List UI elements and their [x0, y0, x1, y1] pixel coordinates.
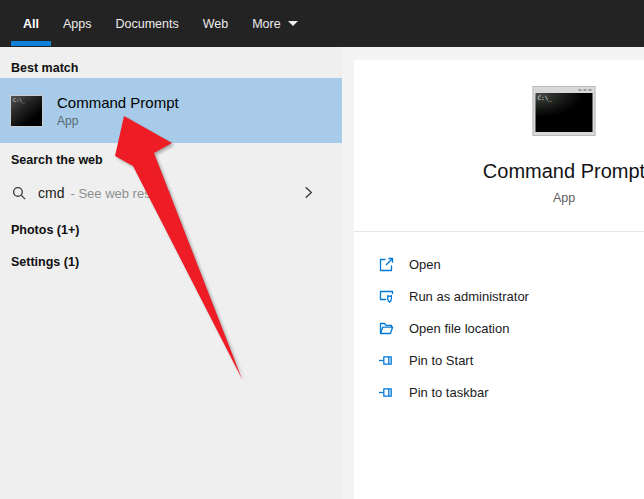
settings-group-header: Settings (1) [11, 255, 79, 269]
open-icon [378, 256, 395, 273]
detail-title: Command Prompt [354, 160, 644, 183]
web-query-text: cmd [38, 185, 64, 201]
best-match-title: Command Prompt [57, 94, 179, 111]
terminal-screen: C:\_ [536, 93, 593, 132]
action-pin-to-taskbar[interactable]: Pin to taskbar [378, 376, 644, 408]
action-pin-to-start-label: Pin to Start [409, 353, 473, 368]
tab-web[interactable]: Web [191, 0, 240, 47]
tab-web-label: Web [203, 17, 228, 31]
chevron-down-filled-icon [288, 21, 298, 26]
search-the-web-header: Search the web [11, 153, 103, 167]
cmd-terminal-icon-large: C:\_ [533, 86, 596, 136]
tab-apps[interactable]: Apps [51, 0, 104, 47]
best-match-result-command-prompt[interactable]: C:\_ Command Prompt App [0, 78, 342, 143]
best-match-header: Best match [11, 61, 78, 75]
tab-all[interactable]: All [11, 0, 51, 47]
results-panel: Best match C:\_ Command Prompt App Searc… [0, 47, 342, 499]
photos-group-header: Photos (1+) [11, 223, 79, 237]
action-pin-to-start[interactable]: Pin to Start [378, 344, 644, 376]
open-file-location-folder-icon [378, 320, 395, 337]
best-match-subtitle: App [57, 114, 179, 128]
tab-documents-label: Documents [115, 17, 178, 31]
action-pin-to-taskbar-label: Pin to taskbar [409, 385, 489, 400]
search-filter-bar: All Apps Documents Web More [0, 0, 644, 47]
web-suffix-text: - See web results [70, 186, 170, 201]
detail-panel: C:\_ Command Prompt App Open Run [354, 60, 644, 499]
action-open-file-location[interactable]: Open file location [378, 312, 644, 344]
run-as-administrator-shield-icon [378, 288, 395, 305]
web-result-row[interactable]: cmd - See web results [0, 174, 342, 212]
detail-subtitle: App [354, 191, 644, 205]
action-run-as-administrator[interactable]: Run as administrator [378, 280, 644, 312]
tab-more-label: More [252, 17, 280, 31]
action-open-file-location-label: Open file location [409, 321, 509, 336]
pin-to-start-icon [378, 352, 395, 369]
tab-all-label: All [23, 17, 39, 31]
search-results-flyout: { "colors": { "header_bg": "#232323", "a… [0, 0, 644, 499]
search-icon [12, 186, 27, 201]
action-run-as-administrator-label: Run as administrator [409, 289, 529, 304]
divider [354, 231, 644, 232]
action-open[interactable]: Open [378, 248, 644, 280]
tab-more[interactable]: More [240, 0, 309, 47]
action-list: Open Run as administrator Open file loca… [378, 248, 644, 408]
tab-documents[interactable]: Documents [103, 0, 190, 47]
tab-apps-label: Apps [63, 17, 92, 31]
cmd-terminal-icon: C:\_ [10, 95, 43, 127]
pin-to-taskbar-icon [378, 384, 395, 401]
best-match-text: Command Prompt App [57, 94, 179, 128]
action-open-label: Open [409, 257, 441, 272]
cmd-prompt-text: C:\_ [13, 97, 25, 103]
chevron-right-icon[interactable] [301, 185, 316, 200]
cmd-prompt-text: C:\_ [538, 94, 552, 101]
